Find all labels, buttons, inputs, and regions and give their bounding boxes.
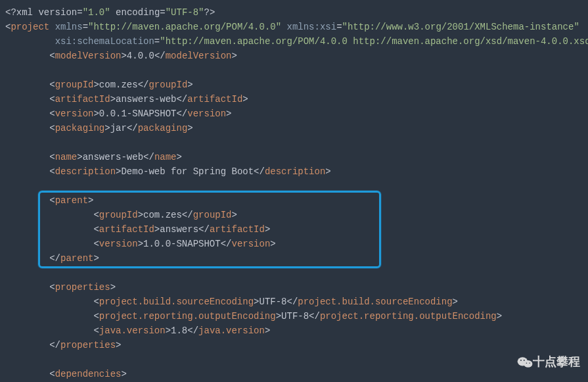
parent-groupId: <groupId>com.zes</groupId> <box>5 208 583 222</box>
parent-open: <parent> <box>5 193 583 208</box>
prop-proe: <project.reporting.outputEncoding>UTF-8<… <box>5 309 583 323</box>
code-block: <?xml version="1.0" encoding="UTF-8"?> <… <box>0 0 588 382</box>
groupId: <groupId>com.zes</groupId> <box>5 78 583 92</box>
artifactId: <artifactId>answers-web</artifactId> <box>5 92 583 107</box>
prop-pbse: <project.build.sourceEncoding>UTF-8</pro… <box>5 295 583 309</box>
packaging: <packaging>jar</packaging> <box>5 121 583 135</box>
properties-close: </properties> <box>5 338 583 352</box>
modelVersion: <modelVersion>4.0.0</modelVersion> <box>5 49 583 63</box>
parent-version: <version>1.0.0-SNAPSHOT</version> <box>5 237 583 251</box>
properties-open: <properties> <box>5 280 583 295</box>
parent-close: </parent> <box>5 251 583 266</box>
parent-artifactId: <artifactId>answers</artifactId> <box>5 222 583 237</box>
version: <version>0.0.1-SNAPSHOT</version> <box>5 107 583 121</box>
xml-declaration: <?xml version="1.0" encoding="UTF-8"?> <box>5 5 583 20</box>
project-open: <project xmlns="http://maven.apache.org/… <box>5 20 583 34</box>
description: <description>Demo-web for Spring Boot</d… <box>5 164 583 179</box>
name-tag: <name>answers-web</name> <box>5 150 583 164</box>
prop-java: <java.version>1.8</java.version> <box>5 323 583 338</box>
project-open-cont: xsi:schemaLocation="http://maven.apache.… <box>5 34 583 49</box>
dependencies-open: <dependencies> <box>5 367 583 381</box>
